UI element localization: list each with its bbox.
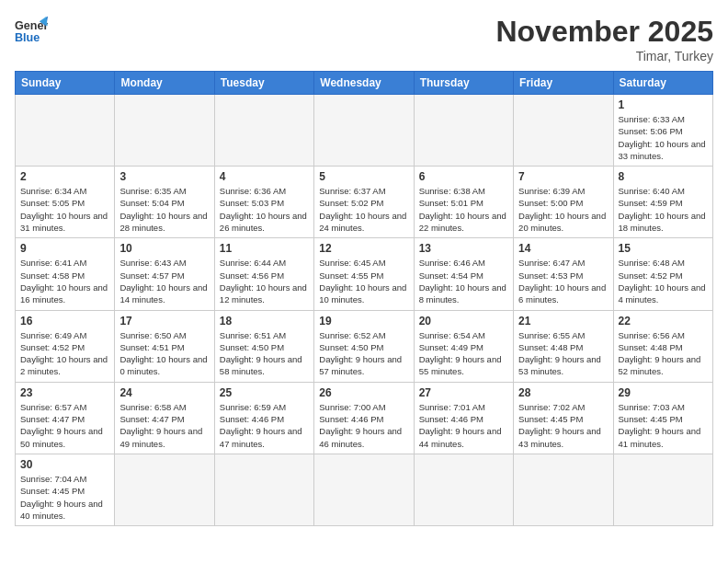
day-info: Sunrise: 6:57 AM Sunset: 4:47 PM Dayligh…: [20, 401, 109, 450]
day-number: 14: [518, 242, 608, 255]
day-info: Sunrise: 6:56 AM Sunset: 4:48 PM Dayligh…: [619, 329, 708, 378]
page-header: General Blue November 2025 Timar, Turkey: [15, 15, 713, 63]
weekday-header-sunday: Sunday: [16, 72, 115, 95]
day-number: 1: [619, 98, 708, 111]
calendar-cell: 4Sunrise: 6:36 AM Sunset: 5:03 PM Daylig…: [214, 167, 313, 238]
day-info: Sunrise: 6:47 AM Sunset: 4:53 PM Dayligh…: [518, 257, 608, 305]
week-row-6: 30Sunrise: 7:04 AM Sunset: 4:45 PM Dayli…: [16, 454, 713, 525]
week-row-1: 1Sunrise: 6:33 AM Sunset: 5:06 PM Daylig…: [16, 95, 713, 167]
calendar-cell: 12Sunrise: 6:45 AM Sunset: 4:55 PM Dayli…: [314, 238, 414, 310]
day-info: Sunrise: 6:39 AM Sunset: 5:00 PM Dayligh…: [518, 185, 608, 234]
week-row-5: 23Sunrise: 6:57 AM Sunset: 4:47 PM Dayli…: [16, 382, 713, 454]
day-number: 25: [220, 386, 309, 399]
calendar-cell: 27Sunrise: 7:01 AM Sunset: 4:46 PM Dayli…: [414, 382, 513, 454]
day-number: 23: [20, 386, 109, 399]
day-info: Sunrise: 7:04 AM Sunset: 4:45 PM Dayligh…: [20, 473, 109, 522]
day-info: Sunrise: 6:55 AM Sunset: 4:48 PM Dayligh…: [518, 329, 608, 378]
day-info: Sunrise: 7:00 AM Sunset: 4:46 PM Dayligh…: [319, 401, 408, 450]
calendar-cell: 26Sunrise: 7:00 AM Sunset: 4:46 PM Dayli…: [314, 382, 414, 454]
day-info: Sunrise: 6:40 AM Sunset: 4:59 PM Dayligh…: [619, 185, 708, 234]
calendar-cell: 3Sunrise: 6:35 AM Sunset: 5:04 PM Daylig…: [115, 167, 214, 238]
calendar-cell: 21Sunrise: 6:55 AM Sunset: 4:48 PM Dayli…: [514, 310, 613, 382]
weekday-header-saturday: Saturday: [613, 72, 712, 95]
calendar-cell: [314, 454, 414, 525]
day-number: 3: [119, 170, 209, 183]
month-title: November 2025: [495, 15, 713, 49]
calendar-cell: 2Sunrise: 6:34 AM Sunset: 5:05 PM Daylig…: [16, 167, 115, 238]
calendar-table: SundayMondayTuesdayWednesdayThursdayFrid…: [15, 71, 713, 526]
calendar-cell: 29Sunrise: 7:03 AM Sunset: 4:45 PM Dayli…: [613, 382, 712, 454]
calendar-cell: [613, 454, 712, 525]
day-number: 8: [619, 170, 708, 183]
day-number: 17: [119, 315, 209, 327]
calendar-cell: [16, 95, 115, 167]
day-number: 30: [20, 458, 109, 471]
day-info: Sunrise: 6:33 AM Sunset: 5:06 PM Dayligh…: [619, 113, 708, 162]
day-info: Sunrise: 7:03 AM Sunset: 4:45 PM Dayligh…: [619, 401, 708, 450]
logo: General Blue: [15, 15, 48, 48]
week-row-2: 2Sunrise: 6:34 AM Sunset: 5:05 PM Daylig…: [16, 167, 713, 238]
day-number: 22: [619, 315, 708, 327]
day-number: 7: [518, 170, 608, 183]
logo-icon: General Blue: [15, 15, 48, 48]
weekday-header-tuesday: Tuesday: [214, 72, 313, 95]
weekday-header-thursday: Thursday: [414, 72, 513, 95]
day-info: Sunrise: 6:48 AM Sunset: 4:52 PM Dayligh…: [619, 257, 708, 305]
day-number: 21: [518, 315, 608, 327]
calendar-cell: 20Sunrise: 6:54 AM Sunset: 4:49 PM Dayli…: [414, 310, 513, 382]
day-number: 5: [319, 170, 408, 183]
calendar-cell: 1Sunrise: 6:33 AM Sunset: 5:06 PM Daylig…: [613, 95, 712, 167]
calendar-cell: 11Sunrise: 6:44 AM Sunset: 4:56 PM Dayli…: [214, 238, 313, 310]
day-number: 10: [119, 242, 209, 255]
day-number: 2: [20, 170, 109, 183]
day-info: Sunrise: 6:50 AM Sunset: 4:51 PM Dayligh…: [119, 329, 209, 378]
calendar-cell: 8Sunrise: 6:40 AM Sunset: 4:59 PM Daylig…: [613, 167, 712, 238]
day-number: 13: [419, 242, 508, 255]
weekday-header-row: SundayMondayTuesdayWednesdayThursdayFrid…: [16, 72, 713, 95]
day-info: Sunrise: 6:49 AM Sunset: 4:52 PM Dayligh…: [20, 329, 109, 378]
calendar-cell: 23Sunrise: 6:57 AM Sunset: 4:47 PM Dayli…: [16, 382, 115, 454]
day-number: 27: [419, 386, 508, 399]
calendar-cell: [514, 95, 613, 167]
calendar-cell: 25Sunrise: 6:59 AM Sunset: 4:46 PM Dayli…: [214, 382, 313, 454]
day-info: Sunrise: 6:58 AM Sunset: 4:47 PM Dayligh…: [119, 401, 209, 450]
day-number: 9: [20, 242, 109, 255]
day-number: 19: [319, 315, 408, 327]
calendar-cell: 15Sunrise: 6:48 AM Sunset: 4:52 PM Dayli…: [613, 238, 712, 310]
calendar-cell: 24Sunrise: 6:58 AM Sunset: 4:47 PM Dayli…: [115, 382, 214, 454]
calendar-cell: 6Sunrise: 6:38 AM Sunset: 5:01 PM Daylig…: [414, 167, 513, 238]
day-number: 4: [220, 170, 309, 183]
day-number: 16: [20, 315, 109, 327]
day-info: Sunrise: 6:41 AM Sunset: 4:58 PM Dayligh…: [20, 257, 109, 305]
calendar-cell: 14Sunrise: 6:47 AM Sunset: 4:53 PM Dayli…: [514, 238, 613, 310]
calendar-cell: 30Sunrise: 7:04 AM Sunset: 4:45 PM Dayli…: [16, 454, 115, 525]
day-info: Sunrise: 6:51 AM Sunset: 4:50 PM Dayligh…: [220, 329, 309, 378]
day-number: 11: [220, 242, 309, 255]
calendar-cell: 17Sunrise: 6:50 AM Sunset: 4:51 PM Dayli…: [115, 310, 214, 382]
calendar-cell: [414, 95, 513, 167]
day-info: Sunrise: 7:02 AM Sunset: 4:45 PM Dayligh…: [518, 401, 608, 450]
calendar-cell: 9Sunrise: 6:41 AM Sunset: 4:58 PM Daylig…: [16, 238, 115, 310]
day-info: Sunrise: 6:38 AM Sunset: 5:01 PM Dayligh…: [419, 185, 508, 234]
day-info: Sunrise: 6:52 AM Sunset: 4:50 PM Dayligh…: [319, 329, 408, 378]
calendar-cell: [115, 454, 214, 525]
weekday-header-friday: Friday: [514, 72, 613, 95]
day-number: 15: [619, 242, 708, 255]
day-number: 26: [319, 386, 408, 399]
weekday-header-wednesday: Wednesday: [314, 72, 414, 95]
week-row-4: 16Sunrise: 6:49 AM Sunset: 4:52 PM Dayli…: [16, 310, 713, 382]
day-info: Sunrise: 6:54 AM Sunset: 4:49 PM Dayligh…: [419, 329, 508, 378]
day-number: 12: [319, 242, 408, 255]
day-info: Sunrise: 6:43 AM Sunset: 4:57 PM Dayligh…: [119, 257, 209, 305]
location: Timar, Turkey: [495, 49, 713, 63]
calendar-cell: 16Sunrise: 6:49 AM Sunset: 4:52 PM Dayli…: [16, 310, 115, 382]
day-number: 18: [220, 315, 309, 327]
week-row-3: 9Sunrise: 6:41 AM Sunset: 4:58 PM Daylig…: [16, 238, 713, 310]
day-info: Sunrise: 6:37 AM Sunset: 5:02 PM Dayligh…: [319, 185, 408, 234]
calendar-cell: 19Sunrise: 6:52 AM Sunset: 4:50 PM Dayli…: [314, 310, 414, 382]
day-info: Sunrise: 6:45 AM Sunset: 4:55 PM Dayligh…: [319, 257, 408, 305]
day-number: 20: [419, 315, 508, 327]
calendar-cell: 28Sunrise: 7:02 AM Sunset: 4:45 PM Dayli…: [514, 382, 613, 454]
day-number: 28: [518, 386, 608, 399]
day-number: 29: [619, 386, 708, 399]
